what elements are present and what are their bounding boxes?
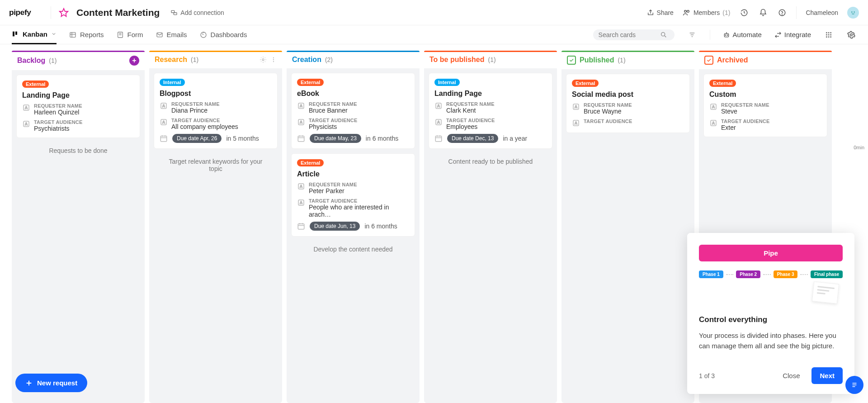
card-label: External [297,79,324,86]
due-pill: Due date Jun, 13 [310,222,360,231]
kanban-card[interactable]: InternalBlogpostAREQUESTER NAMEDiana Pri… [154,73,278,149]
due-relative: in a year [503,135,527,142]
kanban-card[interactable]: InternalLanding PageAREQUESTER NAMEClark… [429,73,552,149]
field-label: REQUESTER NAME [309,101,357,107]
field-label: TARGET AUDIENCE [446,118,495,123]
integrate-button[interactable]: Integrate [774,31,811,38]
field-icon: A [434,118,443,126]
column-title: Archived [717,56,748,64]
field-label: TARGET AUDIENCE [34,119,83,125]
divider [710,30,710,40]
column-title: Creation [292,56,321,64]
column-count: (1) [49,57,57,64]
field-icon: A [297,199,305,207]
column-published: Published(1)ExternalSocial media postARE… [561,51,694,403]
add-card-icon[interactable]: + [129,56,139,66]
kanban-card[interactable]: ExternalLanding PageAREQUESTER NAMEHarle… [16,75,140,138]
share-button[interactable]: Share [647,9,674,16]
card-field: ATARGET AUDIENCEAll company employees [160,118,272,130]
due-date-row: Due date Dec, 13in a year [434,134,547,143]
field-icon: A [434,102,443,110]
automate-button[interactable]: Automate [723,31,762,38]
svg-point-5 [687,10,689,12]
help-icon[interactable] [777,8,787,18]
svg-rect-37 [830,36,831,38]
calendar-icon [297,222,305,230]
column-title: Research [155,56,187,64]
filter-icon[interactable] [687,30,697,40]
svg-rect-12 [70,32,75,37]
card-field: ATARGET AUDIENCEEmployees [434,118,547,130]
column-title: Backlog [17,57,45,65]
gear-icon[interactable] [846,30,856,40]
apps-icon[interactable] [824,30,834,40]
field-value: Physicists [309,123,358,130]
card-title: Article [297,170,409,178]
view-kanban[interactable]: Kanban [12,25,57,44]
phase-chip: Phase 1 [699,270,723,278]
due-relative: in 6 months [366,135,398,142]
history-icon[interactable] [739,8,749,18]
logo[interactable]: pipefy [9,8,44,18]
due-relative: in 6 months [364,223,397,230]
svg-point-45 [273,59,274,60]
card-label: External [297,159,324,166]
column-count: (1) [618,57,625,64]
view-dashboards[interactable]: Dashboards [200,25,247,44]
field-label: TARGET AUDIENCE [309,198,409,204]
top-actions: Share Members (1) Chameleon [647,6,859,19]
svg-rect-34 [830,34,831,35]
card-title: Landing Page [22,91,134,100]
card-label: External [22,81,49,88]
add-connection-button[interactable]: Add connection [170,9,224,16]
favorite-star-icon[interactable] [57,6,70,19]
field-value: All company employees [171,123,238,130]
svg-point-46 [273,61,274,62]
kanban-card[interactable]: ExternalArticleAREQUESTER NAMEPeter Park… [291,153,415,237]
due-pill: Due date Dec, 13 [447,134,498,143]
plus-icon [25,379,33,387]
field-icon: A [297,118,305,126]
tour-next-button[interactable]: Next [811,367,843,384]
tour-close-button[interactable]: Close [777,368,805,383]
done-check-icon [567,56,576,65]
kanban-card[interactable]: ExternaleBookAREQUESTER NAMEBruce Banner… [291,73,415,149]
view-reports[interactable]: Reports [69,25,104,44]
view-form[interactable]: Form [117,25,143,44]
username[interactable]: Chameleon [806,9,838,16]
svg-text:A: A [300,120,302,124]
card-field: ATARGET AUDIENCEPeople who are intereste… [297,198,409,218]
members-button[interactable]: Members (1) [683,9,730,17]
due-date-row: Due date Apr, 26in 5 months [160,134,272,143]
card-field: AREQUESTER NAMEClark Kent [434,101,547,114]
column-creation: Creation(2)ExternaleBookAREQUESTER NAMEB… [287,51,420,403]
help-bubble[interactable] [845,376,863,394]
column-options[interactable] [259,56,277,63]
svg-rect-32 [826,34,827,35]
tour-heading: Control everything [699,315,843,324]
avatar[interactable] [847,7,859,19]
field-icon: A [22,120,30,128]
field-value: Bruce Banner [309,107,357,114]
view-emails[interactable]: Emails [156,25,187,44]
card-field: ATARGET AUDIENCEPsychiatrists [22,119,134,132]
field-value: Psychiatrists [34,125,83,132]
tour-popup: ✕ Pipe Phase 1Phase 2Phase 3Final phase … [687,233,854,394]
search-input-wrap[interactable] [593,29,675,40]
bell-icon[interactable] [758,8,768,18]
field-icon: A [160,118,168,126]
field-value: Exter [721,124,770,131]
phase-chip: Phase 3 [774,270,798,278]
svg-text:A: A [162,120,165,124]
search-input[interactable] [599,31,657,38]
svg-rect-35 [826,36,827,38]
kanban-card[interactable]: ExternalSocial media postAREQUESTER NAME… [566,74,690,133]
pipe-title: Content Marketing [76,7,160,18]
svg-rect-30 [828,32,830,33]
due-relative: in 5 months [226,135,259,142]
card-title: Social media post [572,90,684,99]
calendar-icon [434,134,443,142]
kanban-card[interactable]: ExternalCustomAREQUESTER NAMESteveATARGE… [703,74,827,137]
new-request-button[interactable]: New request [15,374,87,392]
card-label: External [572,80,599,87]
